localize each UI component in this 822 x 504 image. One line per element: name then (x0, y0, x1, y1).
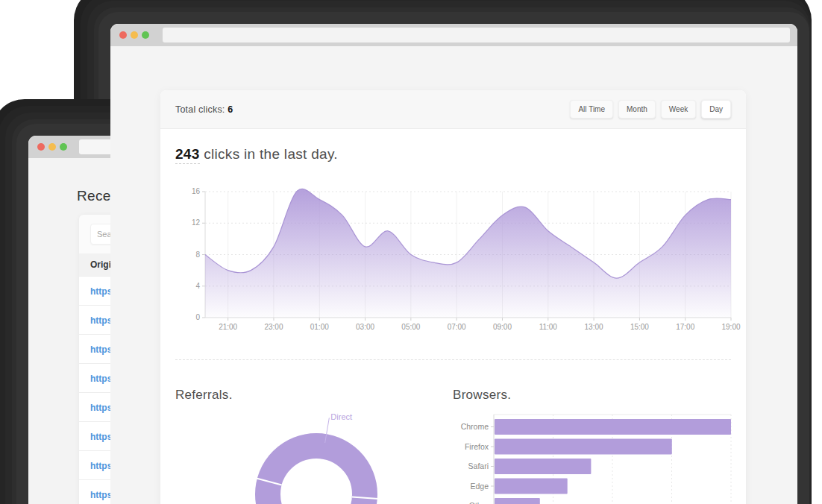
svg-text:19:00: 19:00 (721, 323, 740, 331)
table-row: https:// (79, 276, 110, 305)
svg-text:Firefox: Firefox (465, 442, 489, 451)
close-window-icon[interactable] (37, 143, 45, 151)
clicks-headline-text: clicks in the last day. (200, 146, 338, 162)
table-row: https:// (79, 479, 110, 504)
svg-text:12: 12 (192, 218, 201, 227)
clicks-area-chart: 21:0023:0001:0003:0005:0007:0009:0011:00… (175, 186, 742, 335)
svg-text:8: 8 (195, 251, 200, 259)
svg-text:09:00: 09:00 (493, 323, 512, 331)
clicks-headline: 243 clicks in the last day. (175, 146, 338, 163)
search-row (79, 215, 110, 253)
svg-text:16: 16 (192, 187, 201, 195)
back-traffic-lights (37, 143, 67, 151)
bar-edge (495, 479, 568, 494)
period-button-month[interactable]: Month (618, 100, 656, 119)
front-browser-chrome (110, 24, 797, 46)
original-url-link[interactable]: https:// (90, 315, 110, 326)
zoom-window-icon[interactable] (60, 143, 67, 151)
front-url-bar[interactable] (163, 28, 790, 42)
back-url-bar[interactable] (79, 139, 110, 154)
total-clicks-text: Total clicks: (175, 104, 225, 115)
svg-text:11:00: 11:00 (539, 323, 558, 331)
original-url-link[interactable]: https:// (90, 490, 110, 500)
table-row: https:// (79, 392, 110, 421)
svg-text:07:00: 07:00 (448, 323, 466, 331)
table-row: https:// (79, 363, 110, 392)
svg-text:03:00: 03:00 (356, 323, 374, 331)
donut-segment-label-direct: Direct (330, 412, 352, 421)
total-clicks-value: 6 (228, 104, 233, 115)
browsers-section-title: Browsers. (453, 388, 511, 403)
recent-links-heading: Recent links. (77, 188, 110, 204)
recent-links-card: Original URL https://https://https://htt… (79, 215, 110, 504)
original-url-link[interactable]: https:// (90, 344, 110, 355)
svg-text:17:00: 17:00 (676, 323, 694, 331)
original-url-link[interactable]: https:// (90, 374, 110, 384)
back-browser-window: Recent links. Original URL https://https… (16, 124, 110, 504)
period-button-day[interactable]: Day (701, 100, 731, 119)
front-window-content: Total clicks: 6 All TimeMonthWeekDay 243… (110, 24, 797, 504)
close-window-icon[interactable] (119, 31, 127, 39)
back-window-content: Recent links. Original URL https://https… (28, 136, 110, 504)
period-button-week[interactable]: Week (661, 100, 696, 119)
links-table: https://https://https://https://https://… (79, 276, 110, 504)
back-window-body: Recent links. Original URL https://https… (28, 188, 110, 504)
clicks-count: 243 (175, 146, 200, 164)
table-row: https:// (79, 305, 110, 334)
svg-text:4: 4 (195, 282, 200, 290)
svg-text:23:00: 23:00 (264, 323, 283, 331)
referrals-donut-chart: Direct (242, 408, 392, 504)
back-window-clip: Recent links. Original URL https://https… (0, 97, 110, 504)
svg-text:Other: Other (469, 501, 489, 504)
svg-text:Safari: Safari (468, 462, 489, 470)
bar-firefox (495, 439, 672, 455)
table-row: https:// (79, 421, 110, 450)
stats-card-header: Total clicks: 6 All TimeMonthWeekDay (160, 90, 746, 129)
svg-text:21:00: 21:00 (219, 323, 237, 331)
svg-text:13:00: 13:00 (585, 323, 603, 331)
svg-text:05:00: 05:00 (401, 323, 420, 331)
period-buttons: All TimeMonthWeekDay (570, 100, 731, 119)
stage: Total clicks: 6 All TimeMonthWeekDay 243… (0, 0, 822, 504)
table-row: https:// (79, 450, 110, 479)
front-traffic-lights (119, 31, 149, 39)
bar-safari (495, 459, 591, 474)
browsers-bar-chart: ChromeFirefoxSafariEdgeOther (446, 407, 742, 504)
minimize-window-icon[interactable] (131, 31, 138, 39)
search-input[interactable] (90, 224, 110, 245)
original-url-link[interactable]: https:// (90, 461, 110, 471)
back-browser-chrome (28, 136, 110, 158)
period-button-all-time[interactable]: All Time (570, 100, 613, 119)
bar-other (495, 498, 540, 504)
section-divider (175, 359, 731, 360)
total-clicks-label: Total clicks: 6 (175, 104, 233, 115)
original-url-link[interactable]: https:// (90, 286, 110, 297)
minimize-window-icon[interactable] (48, 143, 56, 151)
table-header-original-url: Original URL (79, 253, 110, 276)
svg-text:15:00: 15:00 (630, 323, 649, 331)
svg-text:Edge: Edge (470, 482, 489, 491)
stats-card: Total clicks: 6 All TimeMonthWeekDay 243… (160, 90, 746, 504)
referrals-section-title: Referrals. (175, 388, 233, 403)
svg-text:0: 0 (195, 313, 200, 321)
zoom-window-icon[interactable] (142, 31, 149, 39)
original-url-link[interactable]: https:// (90, 432, 110, 442)
svg-text:Chrome: Chrome (461, 422, 489, 431)
table-row: https:// (79, 334, 110, 363)
svg-text:01:00: 01:00 (310, 323, 329, 331)
bar-chrome (495, 419, 731, 435)
front-browser-window: Total clicks: 6 All TimeMonthWeekDay 243… (98, 12, 809, 504)
original-url-link[interactable]: https:// (90, 403, 110, 413)
